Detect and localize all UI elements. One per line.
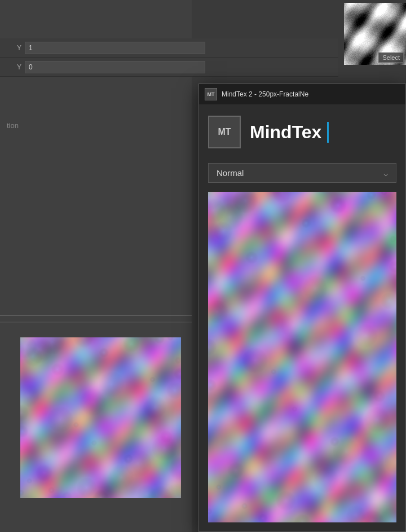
dropdown-label: Normal <box>217 168 244 178</box>
left-divider-1 <box>0 315 192 316</box>
mindtex-window-icon: MT <box>205 88 217 100</box>
normal-preview-main <box>208 192 396 522</box>
normal-map-dropdown[interactable]: Normal ⌵ <box>208 163 396 183</box>
field-input-y0[interactable] <box>25 61 205 73</box>
field-row-y0: Y <box>0 58 338 77</box>
left-divider-2 <box>0 322 192 323</box>
normal-map-left-canvas <box>20 337 181 498</box>
mindtex-window: MT MindTex 2 - 250px-FractalNe MT MindTe… <box>198 83 406 532</box>
normal-map-main-canvas <box>208 192 396 522</box>
field-input-y1[interactable] <box>25 42 205 54</box>
mindtex-body: MT MindTex Normal ⌵ <box>199 104 405 531</box>
mt-app-name: MindTex <box>250 122 329 143</box>
normal-preview-left <box>20 337 181 498</box>
mindtex-header: MT MindTex <box>208 116 396 154</box>
mindtex-window-title: MindTex 2 - 250px-FractalNe <box>222 90 308 98</box>
mt-logo-box: MT <box>208 116 241 148</box>
field-row-y1: Y <box>0 38 338 58</box>
chevron-down-icon: ⌵ <box>383 169 388 178</box>
field-label-y1: Y <box>5 44 21 52</box>
mindtex-titlebar: MT MindTex 2 - 250px-FractalNe <box>199 84 405 104</box>
field-label-y0: Y <box>5 63 21 71</box>
mt-logo-text: MT <box>218 127 231 137</box>
fields-area: Y Y <box>0 38 338 77</box>
left-panel-label: tion <box>7 121 19 130</box>
thumbnail-top: Select <box>344 3 406 65</box>
select-button[interactable]: Select <box>378 52 404 63</box>
